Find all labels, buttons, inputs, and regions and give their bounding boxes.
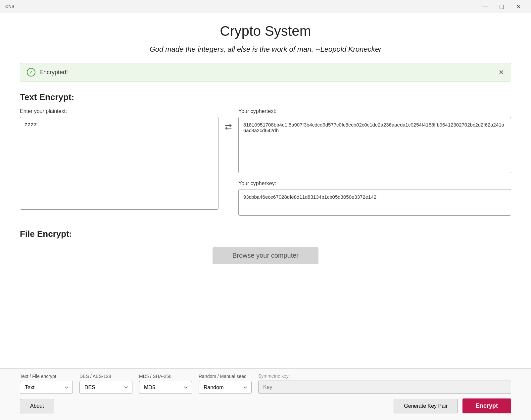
browse-button[interactable]: Browse your computer bbox=[213, 247, 318, 264]
symmetric-key-group: Symmetric key: bbox=[258, 373, 511, 394]
random-manual-select[interactable]: Random Manual seed bbox=[199, 381, 252, 394]
cyphertext-section: Your cyphertext: 81810951708bb4c1f5a907f… bbox=[238, 108, 511, 216]
plaintext-textarea[interactable]: zzzz bbox=[20, 117, 218, 210]
swap-icon: ⇄ bbox=[225, 122, 232, 132]
app-name: CNS bbox=[5, 4, 14, 9]
about-button[interactable]: About bbox=[20, 399, 54, 413]
bottom-bar: Text / File encrypt Text File DES / AES-… bbox=[0, 368, 531, 420]
alert-message: Encrypted! bbox=[39, 69, 68, 76]
md5-sha-select[interactable]: MD5 SHA-256 bbox=[139, 381, 192, 394]
encrypt-area: Enter your plaintext: zzzz ⇄ Your cypher… bbox=[20, 108, 511, 216]
maximize-button[interactable]: ▢ bbox=[494, 2, 509, 12]
alert-content: ✓ Encrypted! bbox=[27, 68, 68, 77]
symmetric-key-label: Symmetric key: bbox=[258, 373, 511, 379]
text-file-select[interactable]: Text File bbox=[20, 381, 73, 394]
des-aes-group: DES / AES-128 DES AES-128 bbox=[79, 374, 132, 394]
minimize-button[interactable]: — bbox=[477, 2, 493, 12]
encrypt-button[interactable]: Encrypt bbox=[462, 398, 511, 413]
swap-icon-container: ⇄ bbox=[218, 108, 238, 132]
text-file-label: Text / File encrypt bbox=[20, 374, 73, 379]
key-input[interactable] bbox=[258, 381, 511, 394]
app-title: Crypto System bbox=[20, 23, 511, 39]
cyphertext-box: 81810951708bb4c1f5a907f3b4cdcd9d577c0fc8… bbox=[238, 117, 511, 173]
cypherkey-label: Your cypherkey: bbox=[238, 181, 511, 186]
text-file-group: Text / File encrypt Text File bbox=[20, 374, 73, 394]
alert-banner: ✓ Encrypted! ✕ bbox=[20, 63, 511, 81]
md5-sha-group: MD5 / SHA-256 MD5 SHA-256 bbox=[139, 374, 192, 394]
titlebar: CNS — ▢ ✕ bbox=[0, 0, 531, 13]
random-manual-group: Random / Manual seed Random Manual seed bbox=[199, 374, 252, 394]
check-circle-icon: ✓ bbox=[27, 68, 35, 77]
plaintext-label: Enter your plaintext: bbox=[20, 108, 218, 114]
text-encrypt-title: Text Encrypt: bbox=[20, 92, 511, 102]
des-aes-select[interactable]: DES AES-128 bbox=[79, 381, 132, 394]
dropdowns-row: Text / File encrypt Text File DES / AES-… bbox=[20, 373, 511, 394]
file-encrypt-title: File Encrypt: bbox=[20, 229, 511, 239]
des-aes-label: DES / AES-128 bbox=[79, 374, 132, 379]
main-content: Crypto System God made the integers, all… bbox=[0, 13, 531, 264]
right-actions: Generate Key Pair Encrypt bbox=[394, 398, 511, 413]
window-controls: — ▢ ✕ bbox=[477, 2, 526, 12]
random-manual-label: Random / Manual seed bbox=[199, 374, 252, 379]
md5-sha-label: MD5 / SHA-256 bbox=[139, 374, 192, 379]
close-button[interactable]: ✕ bbox=[510, 2, 526, 12]
plaintext-section: Enter your plaintext: zzzz bbox=[20, 108, 218, 211]
action-row: About Generate Key Pair Encrypt bbox=[20, 398, 511, 413]
file-encrypt-section: File Encrypt: Browse your computer bbox=[20, 229, 511, 264]
cyphertext-label: Your cyphertext: bbox=[238, 108, 511, 114]
generate-key-pair-button[interactable]: Generate Key Pair bbox=[394, 399, 458, 413]
alert-close-button[interactable]: ✕ bbox=[499, 68, 504, 76]
subtitle: God made the integers, all else is the w… bbox=[20, 45, 511, 54]
cypherkey-box: 93cbba46ece67028dfe8d11d83134b1cb05d3050… bbox=[238, 189, 511, 216]
